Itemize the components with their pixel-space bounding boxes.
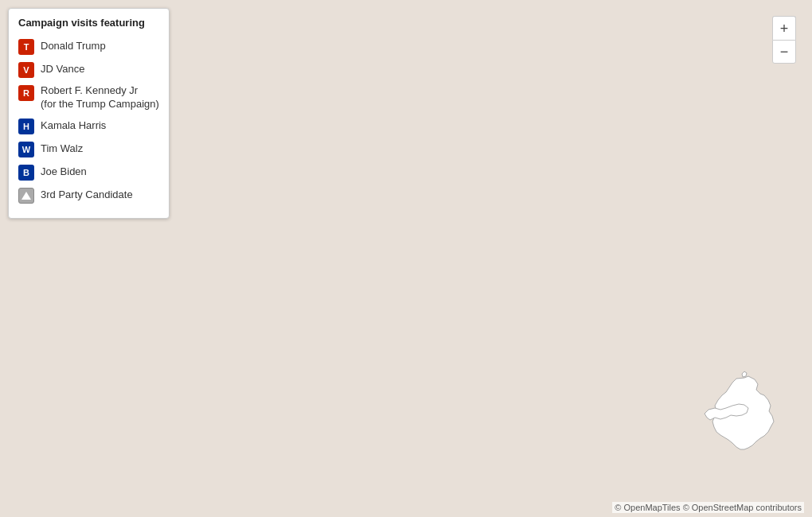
legend-label-rfk: Robert F. Kennedy Jr(for the Trump Campa…	[41, 84, 159, 111]
legend-item-biden[interactable]: BJoe Biden	[18, 164, 159, 181]
legend-icon-biden: B	[18, 165, 34, 181]
legend-title: Campaign visits featuring	[18, 17, 159, 30]
svg-marker-0	[21, 192, 31, 200]
legend-label-biden: Joe Biden	[41, 165, 87, 179]
attribution: © OpenMapTiles © OpenStreetMap contribut…	[612, 502, 804, 513]
legend-icon-walz: W	[18, 142, 34, 157]
legend-item-harris[interactable]: HKamala Harris	[18, 118, 159, 134]
legend-label-vance: JD Vance	[41, 63, 84, 76]
legend-items: TDonald TrumpVJD VanceRRobert F. Kennedy…	[18, 38, 159, 204]
zoom-controls: + −	[772, 16, 796, 64]
legend-item-trump[interactable]: TDonald Trump	[18, 38, 159, 55]
legend-label-trump: Donald Trump	[41, 40, 106, 53]
michigan-outline	[693, 370, 796, 493]
legend-item-rfk[interactable]: RRobert F. Kennedy Jr(for the Trump Camp…	[18, 84, 159, 111]
zoom-out-button[interactable]: −	[772, 40, 796, 64]
legend-panel: Campaign visits featuring TDonald TrumpV…	[8, 8, 170, 219]
legend-icon-harris: H	[18, 119, 34, 134]
legend-icon-rfk: R	[18, 85, 34, 101]
legend-item-third[interactable]: 3rd Party Candidate	[18, 187, 159, 204]
zoom-in-button[interactable]: +	[772, 16, 796, 40]
legend-label-walz: Tim Walz	[41, 142, 83, 156]
legend-label-harris: Kamala Harris	[41, 119, 106, 133]
legend-label-third: 3rd Party Candidate	[41, 189, 133, 202]
legend-item-vance[interactable]: VJD Vance	[18, 61, 159, 78]
legend-icon-trump: T	[18, 39, 34, 55]
legend-icon-vance: V	[18, 62, 34, 78]
legend-icon-third	[18, 188, 34, 204]
legend-item-walz[interactable]: WTim Walz	[18, 141, 159, 157]
map-container[interactable]: Campaign visits featuring TDonald TrumpV…	[0, 0, 812, 517]
